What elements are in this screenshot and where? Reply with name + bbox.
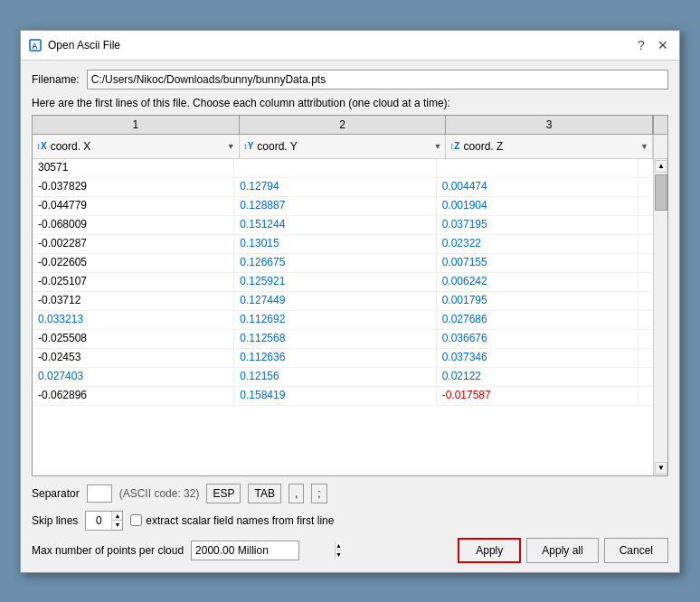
table-cell-3: 0.036676 [437,330,639,348]
table-cell-1: -0.068009 [33,216,234,234]
coord-y-icon: ↕Y [243,141,254,151]
table-cell-3: 0.007155 [437,254,639,272]
coord-y-label: coord. Y [257,140,430,153]
table-cell-3: -0.017587 [437,387,639,405]
filename-input[interactable] [87,70,668,89]
scroll-thumb[interactable] [655,174,667,211]
coord-z-label: coord. Z [463,140,637,153]
table-cell-3: 0.02322 [437,235,639,253]
filename-label: Filename: [32,73,80,86]
dropdown-z-arrow: ▼ [640,142,648,151]
table-cell-3: 0.037346 [437,349,639,367]
bottom-row: Max number of points per cloud ▲ ▼ Apply… [32,538,668,563]
extract-checkbox[interactable] [130,514,142,526]
help-button[interactable]: ? [632,36,650,54]
comma-button[interactable]: , [289,484,304,503]
maxpoints-arrows: ▲ ▼ [335,541,342,560]
coord-z-icon: ↕Z [449,141,459,151]
table-body: 30571-0.0378290.127940.004474-0.0447790.… [33,159,667,475]
table-cell-1: 0.033213 [33,311,234,329]
table-cell-1: -0.025107 [33,273,234,291]
maxpoints-input[interactable] [192,544,335,557]
apply-button[interactable]: Apply [458,538,521,563]
skiplines-spinner[interactable]: ▲ ▼ [85,511,123,531]
skiplines-label: Skip lines [32,514,78,527]
dropdown-x-arrow: ▼ [227,142,235,151]
ascii-code-text: (ASCII code: 32) [119,487,200,500]
maxpoints-row: Max number of points per cloud ▲ ▼ [32,541,299,560]
table-row: -0.0251070.1259210.006242 [33,273,653,292]
table-cell-1: 30571 [33,159,234,177]
col-header-2: 2 [240,116,447,134]
table-cell-3: 0.006242 [437,273,639,291]
instruction-text: Here are the first lines of this file. C… [32,97,668,109]
close-button[interactable]: ✕ [654,36,672,54]
col-header-3: 3 [446,116,653,134]
title-bar-buttons: ? ✕ [632,36,672,54]
skiplines-arrows: ▲ ▼ [111,512,122,530]
table-cell-3: 0.004474 [437,178,639,196]
table-row: -0.0447790.1288870.001904 [33,197,653,216]
table-cell-1: -0.025508 [33,330,234,348]
table-cell-1: -0.044779 [33,197,234,215]
maxpoints-up[interactable]: ▲ [336,541,342,551]
table-rows-container: 30571-0.0378290.127940.004474-0.0447790.… [33,159,653,475]
table-cell-2: 0.112692 [234,311,436,329]
table-row: -0.024530.1126360.037346 [33,349,653,368]
tab-button[interactable]: TAB [248,484,280,503]
table-cell-2: 0.127449 [234,292,436,310]
table-cell-2: 0.13015 [234,235,436,253]
cancel-button[interactable]: Cancel [604,538,668,563]
table-cell-1: -0.037829 [33,178,234,196]
skiplines-up[interactable]: ▲ [112,512,122,522]
title-bar-left: A Open Ascii File [28,38,120,52]
table-cell-3: 0.037195 [437,216,639,234]
skiplines-row: Skip lines ▲ ▼ extract scalar field name… [32,511,668,531]
col-dropdown-y[interactable]: ↕Y coord. Y ▼ [240,135,447,158]
col-dropdown-x[interactable]: ↕X coord. X ▼ [33,135,240,158]
table-cell-2: 0.128887 [234,197,436,215]
table-cell-1: -0.03712 [33,292,234,310]
esp-button[interactable]: ESP [206,484,241,503]
table-cell-3 [437,159,639,177]
filename-row: Filename: [32,70,668,89]
scrollbar[interactable]: ▲ ▼ [653,159,667,475]
semicolon-button[interactable]: ; [311,484,326,503]
table-cell-2: 0.126675 [234,254,436,272]
coord-x-icon: ↕X [36,141,47,151]
col-dropdowns: ↕X coord. X ▼ ↕Y coord. Y ▼ ↕Z coord. Z … [33,135,667,159]
col-dropdown-z[interactable]: ↕Z coord. Z ▼ [446,135,653,158]
scroll-up-arrow[interactable]: ▲ [655,160,667,173]
skiplines-down[interactable]: ▼ [112,521,122,530]
maxpoints-spinner[interactable]: ▲ ▼ [191,541,299,560]
table-row: -0.0378290.127940.004474 [33,178,653,197]
table-row: -0.0226050.1266750.007155 [33,254,653,273]
table-cell-3: 0.02122 [437,368,639,386]
table-cell-3: 0.001795 [437,292,639,310]
separator-value-box[interactable] [87,484,112,503]
dialog-body: Filename: Here are the first lines of th… [21,61,679,572]
maxpoints-down[interactable]: ▼ [336,550,342,560]
maxpoints-label: Max number of points per cloud [32,544,184,557]
bottom-section: Separator (ASCII code: 32) ESP TAB , ; S… [32,476,668,563]
table-row: -0.0680090.1512440.037195 [33,216,653,235]
table-cell-2: 0.12794 [234,178,436,196]
scroll-down-arrow[interactable]: ▼ [655,462,667,475]
table-cell-2: 0.12156 [234,368,436,386]
separator-label: Separator [32,487,80,500]
table-cell-1: -0.002287 [33,235,234,253]
apply-all-button[interactable]: Apply all [526,538,598,563]
table-cell-1: -0.022605 [33,254,234,272]
svg-text:A: A [32,42,38,51]
table-cell-2: 0.112568 [234,330,436,348]
skiplines-input[interactable] [86,514,111,527]
table-row: -0.0628960.158419-0.017587 [33,387,653,406]
dialog-title: Open Ascii File [48,39,120,52]
data-table: 1 2 3 ↕X coord. X ▼ ↕Y coord. Y ▼ ↕Z [32,115,668,476]
table-cell-3: 0.001904 [437,197,639,215]
table-cell-2: 0.158419 [234,387,436,405]
table-row: -0.0255080.1125680.036676 [33,330,653,349]
open-ascii-dialog: A Open Ascii File ? ✕ Filename: Here are… [20,30,680,573]
table-cell-2: 0.151244 [234,216,436,234]
table-cell-2 [234,159,436,177]
